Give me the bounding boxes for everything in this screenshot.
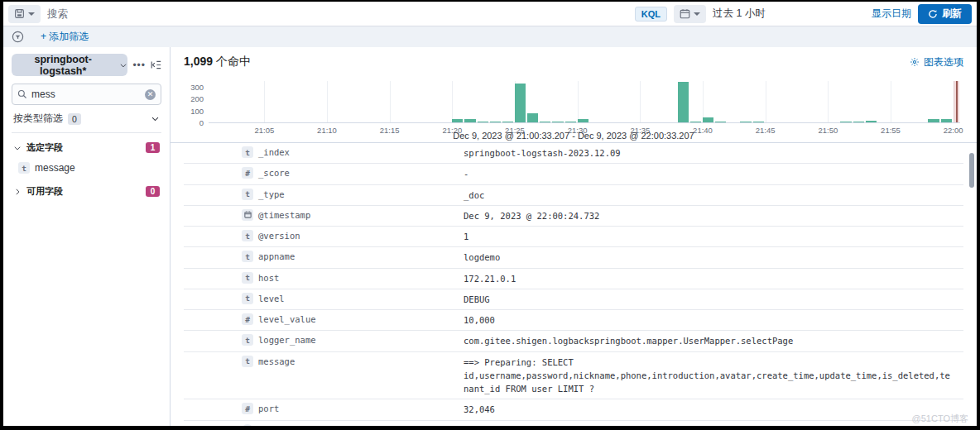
- field-name-cell: t_index: [242, 146, 464, 158]
- field-name-cell: tmessage: [242, 356, 464, 367]
- field-name-cell: #_score: [242, 167, 464, 179]
- y-axis-tick: 300: [190, 83, 204, 92]
- gridline: [640, 81, 641, 122]
- sidebar-field-message[interactable]: tmessage: [12, 159, 161, 177]
- hits-count: 1,099 个命中: [184, 55, 251, 69]
- gridline: [327, 81, 328, 122]
- filter-icon[interactable]: [12, 31, 24, 43]
- collapse-sidebar-icon[interactable]: [151, 60, 161, 70]
- document-table: t_indexspringboot-logstash-2023.12.09#_s…: [171, 142, 977, 426]
- selected-fields-count-badge: 1: [146, 142, 160, 153]
- field-value-cell: -: [464, 167, 963, 180]
- current-time-marker: [954, 81, 959, 122]
- gridline: [891, 81, 891, 122]
- table-row[interactable]: thost172.21.0.1: [184, 269, 963, 289]
- table-row[interactable]: t_indexspringboot-logstash-2023.12.09: [184, 143, 963, 164]
- gridline: [452, 81, 453, 122]
- y-axis-tick: 200: [190, 94, 204, 103]
- saved-query-icon: [14, 8, 25, 19]
- field-value-cell: springboot-logstash-2023.12.09: [464, 146, 963, 160]
- field-name-cell: thost: [242, 272, 464, 284]
- date-quick-select-button[interactable]: [674, 5, 706, 23]
- field-name-cell: tlevel: [242, 293, 464, 304]
- histogram-bar[interactable]: [515, 84, 526, 122]
- add-filter-button[interactable]: + 添加筛选: [41, 30, 89, 44]
- clear-search-icon[interactable]: ✕: [145, 89, 156, 100]
- hits-label: 个命中: [213, 55, 251, 68]
- field-name: level: [258, 294, 285, 303]
- table-row[interactable]: #_score-: [184, 164, 963, 184]
- watermark: @51CTO博客: [912, 413, 968, 425]
- available-fields-section-toggle[interactable]: 可用字段 0: [12, 177, 161, 203]
- selected-fields-section-toggle[interactable]: 选定字段 1: [12, 133, 161, 159]
- gridline: [703, 81, 704, 122]
- filter-bar: + 添加筛选: [3, 26, 977, 47]
- field-name: logger_name: [258, 335, 316, 345]
- search-input[interactable]: [47, 8, 628, 20]
- string-field-icon: t: [242, 272, 253, 284]
- table-row[interactable]: t@version1: [184, 227, 963, 247]
- field-name-cell: #level_value: [242, 313, 464, 325]
- histogram-bar[interactable]: [678, 82, 689, 122]
- field-name: tags: [258, 425, 279, 426]
- field-search[interactable]: ✕: [12, 84, 161, 105]
- gridline: [828, 81, 829, 122]
- table-row[interactable]: tlogger_namecom.gitee.shigen.logbackspri…: [184, 331, 963, 351]
- filter-by-type-label: 按类型筛选: [13, 112, 63, 126]
- histogram-plot: 21:0521:1021:1521:2021:2521:3021:3521:40…: [209, 81, 960, 122]
- string-field-icon: t: [242, 230, 253, 241]
- table-row[interactable]: tappnamelogdemo: [184, 247, 963, 268]
- index-pattern-select[interactable]: springboot-logstash*: [12, 54, 127, 76]
- saved-query-button[interactable]: [8, 5, 41, 23]
- table-row[interactable]: tmessage==> Preparing: SELECT id,usernam…: [184, 352, 963, 400]
- table-row[interactable]: @timestampDec 9, 2023 @ 22:00:24.732: [184, 206, 963, 227]
- index-options-button[interactable]: •••: [132, 60, 146, 71]
- table-row[interactable]: ?tagsMYBATIS: [184, 421, 963, 426]
- field-value-cell: ==> Preparing: SELECT id,username,passwo…: [464, 356, 963, 396]
- filter-by-type-toggle[interactable]: 按类型筛选 0: [12, 105, 161, 133]
- number-field-icon: #: [242, 313, 253, 325]
- field-value-cell: logdemo: [464, 251, 963, 264]
- vertical-scrollbar[interactable]: [969, 153, 974, 188]
- histogram-bar[interactable]: [527, 113, 538, 122]
- kql-button[interactable]: KQL: [635, 7, 667, 22]
- field-name: _type: [258, 189, 285, 199]
- time-range-caption: Dec 9, 2023 @ 21:00:33.207 - Dec 9, 2023…: [184, 131, 963, 141]
- field-value-cell: 32,046: [464, 403, 963, 416]
- hits-histogram[interactable]: 21:0521:1021:1521:2021:2521:3021:3521:40…: [184, 76, 963, 141]
- refresh-button-label: 刷新: [942, 7, 962, 21]
- number-field-icon: #: [242, 403, 253, 414]
- gridline: [390, 81, 391, 122]
- field-value-cell: MYBATIS: [464, 424, 963, 426]
- discover-main: 1,099 个命中 图表选项 21:0521:1021:1521:2021:25…: [171, 47, 977, 426]
- chevron-down-icon: [13, 144, 22, 152]
- table-row[interactable]: t_type_doc: [184, 185, 963, 206]
- fields-sidebar: springboot-logstash* ••• ✕ 按类型筛选 0 选定字段: [3, 47, 171, 426]
- query-bar: KQL 过去 1 小时 显示日期 刷新: [3, 2, 977, 26]
- field-name-cell: #port: [242, 403, 464, 414]
- field-search-input[interactable]: [31, 88, 141, 100]
- calendar-icon: [680, 8, 690, 19]
- table-row[interactable]: #port32,046: [184, 399, 963, 420]
- y-axis-tick: 100: [190, 106, 204, 115]
- unknown-field-icon: ?: [242, 424, 253, 426]
- chevron-down-icon: [28, 12, 35, 16]
- string-field-icon: t: [242, 251, 253, 262]
- gridline: [264, 81, 265, 122]
- time-range-value[interactable]: 过去 1 小时: [713, 7, 766, 21]
- field-value-cell: _doc: [464, 189, 963, 202]
- field-name: @version: [258, 231, 300, 241]
- show-dates-link[interactable]: 显示日期: [872, 7, 911, 21]
- string-field-icon: t: [242, 146, 253, 158]
- table-row[interactable]: tlevelDEBUG: [184, 289, 963, 310]
- gear-icon: [910, 57, 920, 67]
- field-value-cell: com.gitee.shigen.logbackspringboot.mappe…: [464, 334, 963, 347]
- x-axis-line: [209, 122, 960, 123]
- index-pattern-label: springboot-logstash*: [12, 54, 114, 77]
- field-value-cell: Dec 9, 2023 @ 22:00:24.732: [464, 209, 963, 222]
- chart-options-button[interactable]: 图表选项: [910, 55, 963, 69]
- field-name-cell: @timestamp: [242, 209, 464, 221]
- table-row[interactable]: #level_value10,000: [184, 310, 963, 331]
- search-icon: [17, 89, 27, 99]
- refresh-button[interactable]: 刷新: [918, 4, 972, 24]
